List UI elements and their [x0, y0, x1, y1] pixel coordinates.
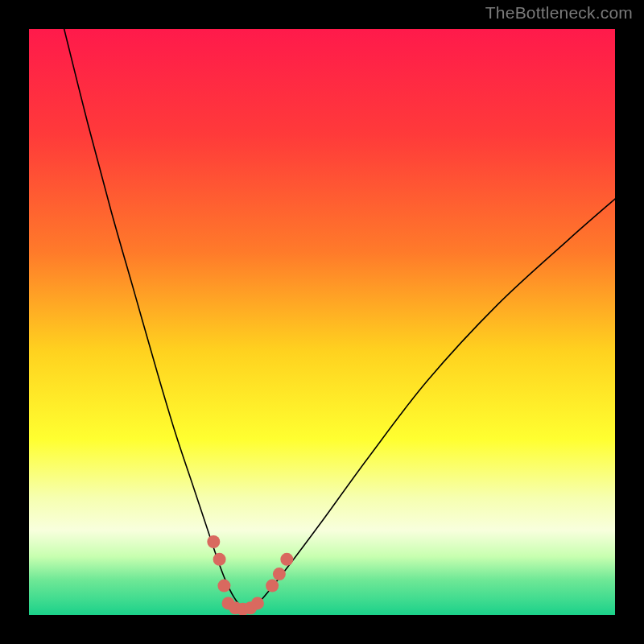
data-marker [266, 580, 279, 592]
gradient-background [29, 29, 615, 615]
data-marker [207, 535, 220, 548]
data-marker [251, 597, 264, 609]
data-marker [213, 553, 226, 566]
data-marker [273, 568, 286, 580]
watermark-text: TheBottleneck.com [485, 3, 633, 23]
plot-area [29, 29, 615, 615]
data-marker [217, 580, 230, 592]
chart-root: TheBottleneck.com [0, 0, 644, 644]
data-marker [280, 553, 293, 566]
bottleneck-chart [29, 29, 615, 615]
